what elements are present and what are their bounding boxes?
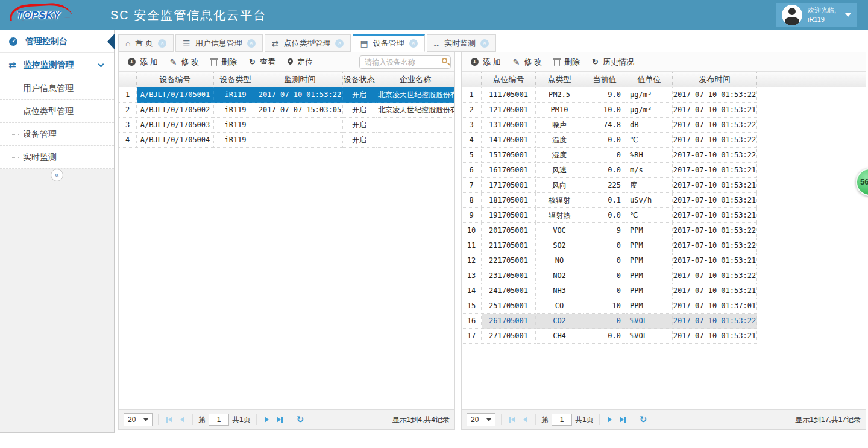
sidebar-item-devices[interactable]: 设备管理 bbox=[0, 123, 114, 146]
add-button[interactable]: 添 加 bbox=[122, 54, 163, 70]
first-page-button[interactable] bbox=[507, 417, 518, 423]
last-page-button[interactable] bbox=[274, 417, 285, 423]
search-input[interactable] bbox=[359, 55, 451, 69]
table-row[interactable]: 3A/BJLT/0/1705003iR119开启 bbox=[119, 118, 454, 133]
row-number-cell: 11 bbox=[462, 238, 482, 253]
close-icon[interactable] bbox=[480, 39, 489, 48]
delete-button[interactable]: 删除 bbox=[549, 54, 585, 70]
table-row[interactable]: 14241705001NH30PPM2017-07-10 01:53:21 bbox=[462, 283, 757, 298]
page-number-input[interactable] bbox=[209, 414, 229, 426]
view-button[interactable]: 查看 bbox=[244, 54, 281, 70]
row-number-cell: 10 bbox=[462, 223, 482, 238]
gauge-icon bbox=[8, 37, 18, 46]
row-number-cell: 2 bbox=[119, 103, 137, 118]
add-button[interactable]: 添 加 bbox=[465, 54, 506, 70]
sidebar-tree: 用户信息管理点位类型管理设备管理实时监测 bbox=[0, 77, 114, 169]
tab-label: 用户信息管理 bbox=[195, 38, 242, 49]
cell bbox=[376, 118, 454, 133]
edit-button[interactable]: 修 改 bbox=[508, 54, 547, 70]
cell: m/s bbox=[626, 163, 673, 178]
cell: PPM bbox=[626, 268, 673, 283]
tab-label: 实时监测 bbox=[444, 38, 476, 49]
table-row[interactable]: 13231705001NO20PPM2017-07-10 01:53:22 bbox=[462, 268, 757, 283]
sidebar-item-point-types[interactable]: 点位类型管理 bbox=[0, 100, 114, 123]
monitor-table: 点位编号点类型当前值值单位发布时间1111705001PM2.59.0μg/m³… bbox=[462, 72, 866, 409]
page-size-select[interactable]: 20 bbox=[124, 413, 153, 426]
table-row[interactable]: 2121705001PM1010.0μg/m³2017-07-10 01:53:… bbox=[462, 103, 757, 118]
cell: 风速 bbox=[536, 163, 583, 178]
sidebar-collapse-button[interactable]: « bbox=[0, 169, 114, 181]
cell: 度 bbox=[626, 178, 673, 193]
table-row[interactable]: 6161705001风速0.0m/s2017-07-10 01:53:21 bbox=[462, 163, 757, 178]
column-header-filler bbox=[757, 72, 866, 87]
table-row[interactable]: 11211705001SO20PPM2017-07-10 01:53:22 bbox=[462, 238, 757, 253]
edit-icon bbox=[170, 58, 177, 66]
table-row[interactable]: 4141705001温度0.0℃2017-07-10 01:53:22 bbox=[462, 133, 757, 148]
column-header: 设备编号 bbox=[137, 72, 214, 87]
next-page-button[interactable] bbox=[605, 417, 614, 423]
cell: A/BJLT/0/1705004 bbox=[137, 133, 214, 148]
table-row[interactable]: 4A/BJLT/0/1705004iR119开启 bbox=[119, 133, 454, 148]
tab-point-types[interactable]: 点位类型管理 bbox=[265, 34, 351, 52]
sidebar-item-console[interactable]: 管理控制台 bbox=[0, 30, 114, 53]
row-number-cell: 5 bbox=[462, 148, 482, 163]
prev-page-button[interactable] bbox=[178, 417, 187, 423]
cell: 0 bbox=[583, 268, 626, 283]
button-label: 删除 bbox=[221, 57, 237, 68]
row-number-header bbox=[462, 72, 482, 87]
last-page-button[interactable] bbox=[617, 417, 628, 423]
sidebar-item-realtime[interactable]: 实时监测 bbox=[0, 146, 114, 169]
cell: 开启 bbox=[343, 87, 376, 103]
tab-users[interactable]: 用户信息管理 bbox=[175, 34, 263, 52]
page-number-input[interactable] bbox=[552, 414, 572, 426]
user-menu[interactable]: 欢迎光临, iR119 bbox=[776, 3, 857, 27]
history-button[interactable]: 历史情况 bbox=[587, 54, 640, 70]
table-row[interactable]: 7171705001风向225度2017-07-10 01:53:21 bbox=[462, 178, 757, 193]
tab-devices[interactable]: 设备管理 bbox=[353, 34, 424, 52]
table-row[interactable]: 8181705001核辐射0.1uSv/h2017-07-10 01:53:21 bbox=[462, 193, 757, 208]
table-row[interactable]: 17271705001CH40.0%VOL2017-07-10 01:53:21 bbox=[462, 329, 757, 344]
refresh-icon[interactable] bbox=[640, 414, 647, 425]
table-row[interactable]: 15251705001CO10PPM2017-07-10 01:37:01 bbox=[462, 298, 757, 314]
row-number-cell: 3 bbox=[119, 118, 137, 133]
record-summary: 显示1到4,共4记录 bbox=[392, 415, 450, 425]
close-icon[interactable] bbox=[158, 39, 166, 48]
cell: 2017-07-10 01:53:21 bbox=[673, 283, 757, 298]
page-size-select[interactable]: 20 bbox=[467, 413, 495, 426]
table-row[interactable]: 10201705001VOC9PPM2017-07-10 01:53:22 bbox=[462, 223, 757, 238]
prev-page-button[interactable] bbox=[521, 417, 530, 423]
close-icon[interactable] bbox=[409, 39, 418, 48]
refresh-icon[interactable] bbox=[297, 414, 304, 425]
tab-home[interactable]: 首 页 bbox=[118, 34, 174, 52]
delete-button[interactable]: 删除 bbox=[206, 54, 242, 70]
search-icon[interactable] bbox=[442, 58, 447, 63]
first-page-button[interactable] bbox=[164, 417, 175, 423]
table-row[interactable]: 16261705001CO20%VOL2017-07-10 01:53:22 bbox=[462, 314, 757, 329]
table-row[interactable]: 2A/BJLT/0/1705002iR1192017-07-07 15:03:0… bbox=[119, 103, 454, 118]
table-row[interactable]: 1A/BJLT/0/1705001iR1192017-07-10 01:53:2… bbox=[119, 87, 454, 103]
sidebar-item-users[interactable]: 用户信息管理 bbox=[0, 77, 114, 100]
close-icon[interactable] bbox=[335, 39, 344, 48]
cell: dB bbox=[626, 118, 673, 133]
cell: 171705001 bbox=[482, 178, 536, 193]
column-header: 监测时间 bbox=[257, 72, 343, 87]
table-row[interactable]: 3131705001噪声74.8dB2017-07-10 01:53:22 bbox=[462, 118, 757, 133]
row-number-cell: 8 bbox=[462, 193, 482, 208]
close-icon[interactable] bbox=[247, 39, 256, 48]
table-row[interactable]: 12221705001NO0PPM2017-07-10 01:53:21 bbox=[462, 253, 757, 268]
page-size-value: 20 bbox=[471, 415, 479, 424]
column-header: 值单位 bbox=[626, 72, 673, 87]
edit-button[interactable]: 修 改 bbox=[165, 54, 204, 70]
locate-button[interactable]: 定位 bbox=[282, 54, 318, 70]
sidebar-group-monitoring[interactable]: 监控监测管理 bbox=[0, 53, 114, 77]
cell: 221705001 bbox=[482, 253, 536, 268]
add-icon bbox=[471, 58, 479, 66]
table-row[interactable]: 5151705001湿度0%RH2017-07-10 01:53:22 bbox=[462, 148, 757, 163]
table-row[interactable]: 1111705001PM2.59.0μg/m³2017-07-10 01:53:… bbox=[462, 87, 757, 103]
cell: 2017-07-10 01:53:22 bbox=[673, 118, 757, 133]
tab-realtime[interactable]: 实时监测 bbox=[427, 34, 496, 52]
next-page-button[interactable] bbox=[262, 417, 271, 423]
table-row[interactable]: 9191705001辐射热0.0℃2017-07-10 01:53:21 bbox=[462, 208, 757, 223]
cell: 0.1 bbox=[583, 193, 626, 208]
cell: PM2.5 bbox=[536, 87, 583, 103]
